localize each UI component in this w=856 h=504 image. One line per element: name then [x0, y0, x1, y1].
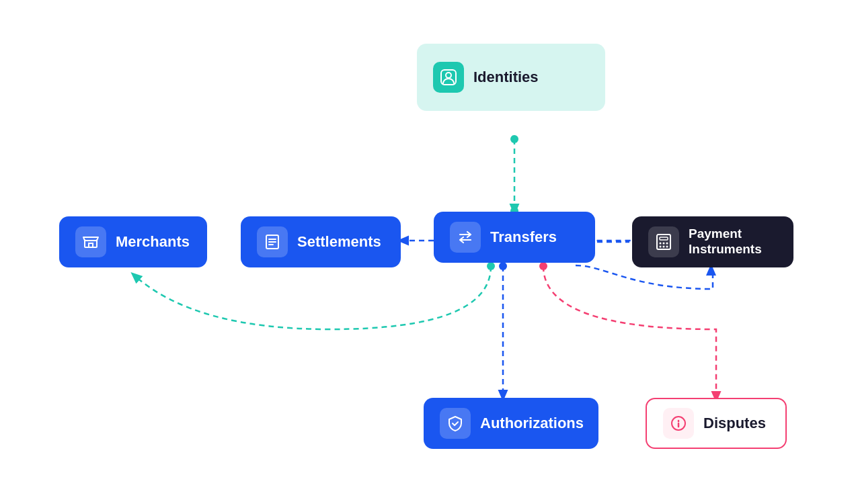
node-transfers[interactable]: Transfers: [434, 212, 595, 263]
transfers-label: Transfers: [490, 228, 557, 246]
svg-rect-4: [660, 237, 668, 240]
disputes-label: Disputes: [703, 415, 766, 432]
disputes-icon: [663, 408, 694, 439]
svg-point-1: [446, 73, 451, 78]
merchants-icon: [75, 226, 106, 257]
settlements-icon: [257, 226, 288, 257]
line-transfers-payment-instruments: [576, 265, 713, 289]
svg-point-10: [666, 246, 668, 248]
payment-icon: [648, 226, 679, 257]
svg-point-5: [660, 243, 662, 245]
svg-point-8: [660, 246, 662, 248]
transfers-icon: [450, 222, 481, 253]
node-authorizations[interactable]: Authorizations: [424, 398, 598, 449]
identities-icon: [433, 62, 464, 93]
svg-point-6: [663, 243, 665, 245]
diagram-container: Identities Transfers Merchants: [0, 0, 856, 504]
settlements-label: Settlements: [297, 233, 381, 251]
merchants-label: Merchants: [116, 233, 190, 251]
node-payment-instruments[interactable]: Payment Instruments: [632, 216, 793, 267]
dot-identities-bottom: [510, 135, 518, 143]
line-transfers-merchants: [134, 266, 491, 329]
node-disputes[interactable]: Disputes: [646, 398, 787, 449]
payment-label: Payment Instruments: [689, 226, 777, 257]
svg-point-9: [663, 246, 665, 248]
node-identities[interactable]: Identities: [417, 44, 605, 111]
line-transfers-disputes: [543, 266, 716, 398]
authorizations-icon: [440, 408, 471, 439]
svg-point-11: [678, 421, 679, 422]
dot-transfers-disputes: [539, 262, 547, 270]
dot-transfers-auth: [499, 262, 507, 270]
identities-label: Identities: [473, 69, 539, 86]
authorizations-label: Authorizations: [480, 415, 584, 432]
dot-transfers-merchants: [487, 262, 495, 270]
node-settlements[interactable]: Settlements: [241, 216, 401, 267]
node-merchants[interactable]: Merchants: [59, 216, 207, 267]
svg-point-7: [666, 243, 668, 245]
